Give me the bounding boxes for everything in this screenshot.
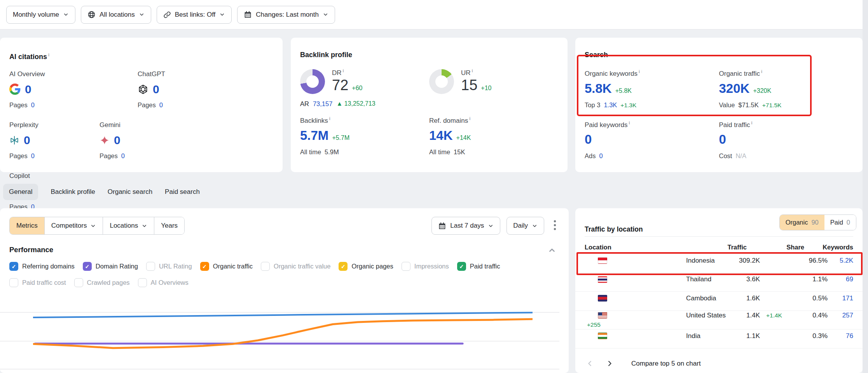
pages-count[interactable]: 0 <box>31 101 35 109</box>
filter-monthly-volume[interactable]: Monthly volume <box>6 6 75 24</box>
chevron-down-icon <box>139 12 145 17</box>
checkbox-domain-rating[interactable]: ✓Domain Rating <box>83 262 138 271</box>
metric-value-number[interactable]: 5.7M <box>300 128 328 143</box>
checkbox-organic-pages[interactable]: ✓Organic pages <box>339 262 393 271</box>
date-range-label: Last 7 days <box>450 222 484 230</box>
filter-changes-last-month[interactable]: Changes: Last month <box>237 6 335 24</box>
kebab-menu-button[interactable] <box>550 218 559 233</box>
filter-best-links-off[interactable]: Best links: Off <box>157 6 232 24</box>
info-icon[interactable]: i <box>48 52 49 57</box>
gemini-icon <box>100 135 110 145</box>
traffic-value: 1.1K <box>735 332 760 340</box>
segment-locations[interactable]: Locations <box>103 217 154 234</box>
segment-competitors[interactable]: Competitors <box>44 217 103 234</box>
pages-count[interactable]: 0 <box>159 101 163 109</box>
checkbox-organic-traffic-value[interactable]: Organic traffic value <box>261 262 330 271</box>
checkbox-paid-traffic-cost[interactable]: Paid traffic cost <box>9 278 66 287</box>
checkbox-box <box>138 278 147 287</box>
info-icon[interactable]: i <box>472 68 473 73</box>
dr-donut-chart <box>300 69 325 94</box>
checkbox-impressions[interactable]: Impressions <box>402 262 449 271</box>
info-icon[interactable]: i <box>751 120 753 125</box>
organic-paid-toggle: Organic90Paid0 <box>779 214 856 230</box>
column-header-traffic[interactable]: Traffic <box>692 244 747 251</box>
ar-label: AR <box>300 100 309 108</box>
location-row-thailand[interactable]: Thailand3.6K1.1%69 <box>575 273 863 292</box>
traffic-by-location-title: Traffic by location <box>585 225 643 234</box>
info-icon[interactable]: i <box>343 68 344 73</box>
column-header-keywords[interactable]: Keywords <box>804 244 853 251</box>
toggle-paid[interactable]: Paid0 <box>824 215 856 230</box>
pages-count[interactable]: 0 <box>121 152 125 160</box>
tab-paid-search[interactable]: Paid search <box>165 184 200 200</box>
collapse-section-button[interactable] <box>545 246 559 256</box>
segment-years[interactable]: Years <box>154 217 184 234</box>
chevron-down-icon <box>323 12 328 17</box>
traffic-by-location-card: Traffic by location Organic90Paid0 Locat… <box>575 208 863 373</box>
keywords-link[interactable]: 69 <box>831 275 853 283</box>
flag-icon-in <box>598 333 607 339</box>
ai-citation-ai-overview: AI Overview0Pages0 <box>9 70 138 109</box>
segment-label: Years <box>161 222 178 230</box>
toggle-organic[interactable]: Organic90 <box>780 215 824 230</box>
traffic-delta: +1.4K <box>764 312 796 319</box>
metric-sub-value[interactable]: 0 <box>599 152 603 160</box>
column-header-share[interactable]: Share <box>772 244 804 251</box>
info-icon[interactable]: i <box>329 116 330 121</box>
checkbox-box <box>146 262 155 271</box>
column-header-location[interactable]: Location <box>585 244 692 251</box>
location-row-india[interactable]: India1.1K0.3%76 <box>575 329 863 349</box>
ai-citation-count[interactable]: 0 <box>25 83 31 96</box>
checkbox-paid-traffic[interactable]: ✓Paid traffic <box>457 262 500 271</box>
checkbox-box <box>9 278 18 287</box>
report-tabs: GeneralBacklink profileOrganic searchPai… <box>3 182 200 202</box>
pages-label: Pages <box>9 101 28 109</box>
checkbox-ai-overviews[interactable]: AI Overviews <box>138 278 189 287</box>
backlink-profile-title: Backlink profile <box>300 51 558 59</box>
checkbox-referring-domains[interactable]: ✓Referring domains <box>9 262 75 271</box>
checkbox-box: ✓ <box>200 262 209 271</box>
scrollbar-track[interactable] <box>863 0 868 373</box>
granularity-button[interactable]: Daily <box>506 217 544 235</box>
info-icon[interactable]: i <box>469 116 470 121</box>
location-row-cambodia[interactable]: Cambodia1.6K0.5%171 <box>575 292 863 311</box>
checkbox-box <box>402 262 410 271</box>
date-range-button[interactable]: Last 7 days <box>431 217 500 235</box>
metric-value-number[interactable]: 14K <box>429 128 453 143</box>
metric-value-number[interactable]: 0 <box>585 132 592 147</box>
ai-citation-count[interactable]: 0 <box>114 134 121 147</box>
ai-citation-count[interactable]: 0 <box>24 134 30 147</box>
ai-citation-chatgpt: ChatGPT0Pages0 <box>138 70 266 109</box>
checkbox-label: Organic traffic value <box>274 263 330 270</box>
segment-metrics[interactable]: Metrics <box>10 217 44 234</box>
compare-top5-link[interactable]: Compare top 5 on chart <box>631 360 701 368</box>
filter-all-locations[interactable]: All locations <box>81 6 151 24</box>
keywords-link[interactable]: 76 <box>831 332 853 340</box>
pages-count[interactable]: 0 <box>31 152 35 160</box>
keywords-link[interactable]: 171 <box>831 295 853 302</box>
keywords-link[interactable]: 257 <box>831 312 853 319</box>
performance-line-chart <box>33 300 533 371</box>
ai-citation-label: ChatGPT <box>138 70 266 78</box>
tab-general[interactable]: General <box>3 184 38 200</box>
next-page-button[interactable] <box>605 359 614 368</box>
donut-value: 15 <box>461 77 477 93</box>
ar-value[interactable]: 73,157 <box>313 100 332 108</box>
link-icon <box>163 11 171 19</box>
metric-value-number[interactable]: 0 <box>719 132 726 147</box>
metrics-segment-group: MetricsCompetitorsLocationsYears <box>9 217 185 235</box>
location-table-header: LocationTrafficShareKeywords <box>575 241 863 253</box>
segment-label: Metrics <box>16 222 38 230</box>
chevron-down-icon <box>141 223 147 229</box>
tab-organic-search[interactable]: Organic search <box>108 184 152 200</box>
checkbox-crawled-pages[interactable]: Crawled pages <box>74 278 130 287</box>
tab-backlink-profile[interactable]: Backlink profile <box>51 184 95 200</box>
backlink-profile-card: Backlink profile DRi72+60URi15+10 AR73,1… <box>291 38 568 172</box>
ai-citation-count[interactable]: 0 <box>153 83 159 96</box>
calendar-icon <box>438 222 446 230</box>
location-row-united-states[interactable]: United States1.4K+1.4K0.4%257+255 <box>575 311 863 330</box>
checkbox-organic-traffic[interactable]: ✓Organic traffic <box>200 262 253 271</box>
checkbox-url-rating[interactable]: URL Rating <box>146 262 192 271</box>
prev-page-button[interactable] <box>585 359 594 368</box>
info-icon[interactable]: i <box>629 120 630 125</box>
